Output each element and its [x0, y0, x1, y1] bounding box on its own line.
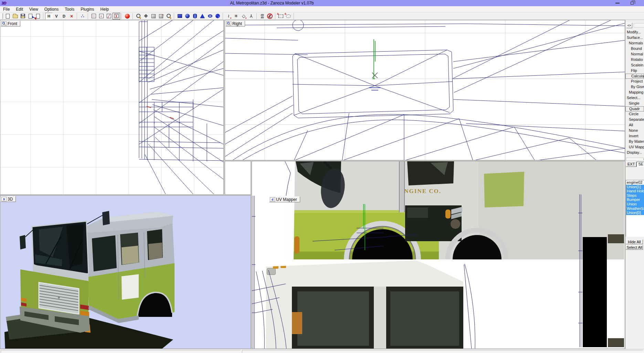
zoom-region-button[interactable]	[165, 13, 172, 20]
menu-options[interactable]: Options	[41, 7, 62, 12]
cmd-display[interactable]: Display...	[625, 150, 644, 156]
viewport-right[interactable]: Right	[225, 20, 625, 160]
module-dark-band	[292, 287, 463, 349]
panel-collapse-button[interactable]: <>	[626, 23, 632, 28]
cylinder-primitive-button[interactable]	[191, 13, 199, 20]
new-button[interactable]	[4, 13, 11, 20]
viewport-uv-caption[interactable]: d UV Mapper	[269, 196, 300, 202]
select-all-button[interactable]: Select All	[626, 245, 643, 250]
pin-icon[interactable]: 9	[1, 197, 7, 201]
menu-edit[interactable]: Edit	[13, 7, 26, 12]
save-button[interactable]	[19, 13, 27, 20]
rotate-view-button[interactable]	[150, 13, 157, 20]
object-item[interactable]: engine02	[626, 180, 644, 185]
viewport-front[interactable]: Front	[0, 20, 224, 195]
v-toggle-button[interactable]: V	[53, 13, 60, 20]
menu-plugins[interactable]: Plugins	[77, 7, 97, 12]
cmd-by-mater[interactable]: By Mater	[625, 139, 644, 145]
ellipse-select-button[interactable]	[285, 13, 292, 20]
cmd-invert[interactable]: Invert	[625, 133, 644, 139]
object-item[interactable]: Hand Hold	[626, 189, 644, 193]
minimize-button[interactable]	[612, 1, 623, 6]
material-button[interactable]	[124, 13, 131, 20]
engine-co-lettering: ENGINE CO.	[400, 188, 441, 194]
cmd-none[interactable]: None	[625, 128, 644, 133]
cmd-separate[interactable]: Separate	[625, 117, 644, 122]
viewport-uv[interactable]: ENGINE CO.	[252, 161, 625, 349]
menu-help[interactable]: Help	[97, 7, 112, 12]
toggle-2d3d-button[interactable]: 2D3D	[258, 13, 266, 20]
rect-select-button[interactable]	[277, 13, 285, 20]
sphere-primitive-button[interactable]	[183, 13, 191, 20]
object-item[interactable]: Steps	[626, 193, 644, 198]
rotate-view-icon	[151, 14, 156, 18]
open-button[interactable]	[11, 13, 19, 20]
export-button[interactable]	[34, 13, 42, 20]
cmd-by-gism[interactable]: By Gism	[625, 84, 644, 90]
cmd-circle[interactable]: Circle	[625, 111, 644, 117]
cmd-normal[interactable]: Normal	[625, 52, 644, 57]
geosphere-primitive-button[interactable]	[214, 13, 221, 20]
cmd-select[interactable]: Select...	[625, 95, 644, 101]
viewport-3d-caption[interactable]: 9 3D	[1, 196, 16, 202]
move-view-button[interactable]	[157, 13, 165, 20]
viewport-front-caption[interactable]: Front	[1, 21, 20, 26]
rollup-bar-2[interactable]: ≋	[626, 158, 644, 161]
restore-button[interactable]	[627, 1, 637, 6]
object-item[interactable]: Union[1]	[626, 185, 644, 189]
toolbar-grip[interactable]	[1, 13, 3, 19]
object-item[interactable]: Union[0]	[626, 211, 644, 215]
cube-vertices-button[interactable]: ∷	[90, 13, 97, 20]
menu-tools[interactable]: Tools	[62, 7, 77, 12]
torus-primitive-button[interactable]	[206, 13, 214, 20]
viewport-uv-label: UV Mapper	[276, 197, 297, 202]
cmd-uv-mapp[interactable]: UV Mapp	[625, 145, 644, 150]
menu-file[interactable]: File	[0, 7, 13, 12]
hide-all-button[interactable]: Hide All	[626, 239, 643, 244]
tab-sel[interactable]: SE	[636, 162, 644, 167]
rollup-bar[interactable]: ≋	[634, 23, 644, 28]
cmd-surface[interactable]: Surface...	[625, 35, 644, 41]
object-list[interactable]: engine02 Union[1]Hand HoldStepsBumperUni…	[626, 180, 644, 237]
spline-button[interactable]: ≀	[225, 13, 232, 20]
cmd-flip[interactable]: Flip	[625, 68, 644, 74]
cmd-normals[interactable]: Normals	[625, 41, 644, 46]
cube-edges-button[interactable]: ≡	[97, 13, 105, 20]
box-primitive-button[interactable]	[176, 13, 183, 20]
viewport-3d-label: 3D	[8, 197, 13, 202]
cube-faces-button[interactable]: ╱	[105, 13, 113, 20]
viewport-right-caption[interactable]: Right	[225, 21, 245, 26]
magnifier-icon[interactable]	[226, 21, 231, 26]
cube-object-button[interactable]: ╳	[113, 13, 120, 20]
cmd-modify[interactable]: Modify...	[625, 30, 644, 35]
cmd-calcula[interactable]: Calcula	[625, 74, 644, 79]
tab-ext[interactable]: EXT	[626, 162, 636, 167]
polygon-button[interactable]: ◇	[240, 13, 247, 20]
cmd-all[interactable]: All	[625, 122, 644, 128]
cmd-single[interactable]: Single	[625, 101, 644, 106]
menu-view[interactable]: View	[26, 7, 41, 12]
triad-button[interactable]: ⅄	[247, 13, 255, 20]
cmd-scalein[interactable]: Scalein	[625, 63, 644, 68]
pan-button[interactable]: ✥	[142, 13, 150, 20]
object-item[interactable]: Union	[626, 202, 644, 206]
no-z-button[interactable]: Z	[266, 13, 274, 20]
axes-button[interactable]: ×	[68, 13, 75, 20]
star-button[interactable]: ✳	[232, 13, 240, 20]
vertex-edit-button[interactable]: ∴	[79, 13, 86, 20]
cmd-project[interactable]: Project	[625, 79, 644, 84]
cone-primitive-button[interactable]	[199, 13, 206, 20]
cmd-quadr[interactable]: Quadr	[625, 106, 644, 111]
viewport-3d[interactable]: 9 3D	[0, 195, 251, 349]
uv-mode-icon[interactable]: d	[270, 197, 275, 202]
h-toggle-button[interactable]: H	[45, 13, 53, 20]
zoom-button[interactable]	[135, 13, 142, 20]
d-toggle-button[interactable]: D	[60, 13, 68, 20]
import-button[interactable]	[27, 13, 34, 20]
magnifier-icon[interactable]	[1, 21, 7, 26]
object-item[interactable]: Bumper	[626, 197, 644, 202]
cmd-mapping[interactable]: Mapping	[625, 90, 644, 95]
object-item[interactable]: WeatherSt	[626, 206, 644, 211]
cmd-bound[interactable]: Bound	[625, 46, 644, 52]
cmd-rotatio[interactable]: Rotatio	[625, 57, 644, 63]
